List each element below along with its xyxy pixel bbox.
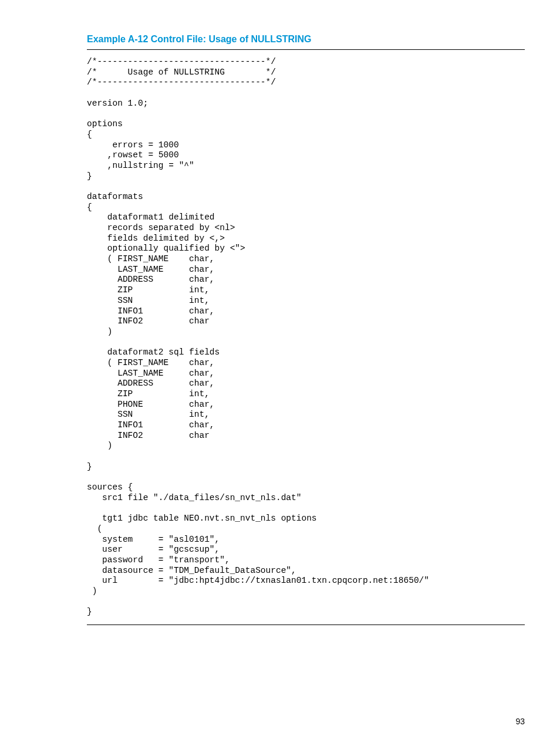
example-title: Example A-12 Control File: Usage of NULL… [87,34,525,45]
page-number: 93 [515,717,525,726]
code-block: /*---------------------------------*/ /*… [87,49,525,625]
